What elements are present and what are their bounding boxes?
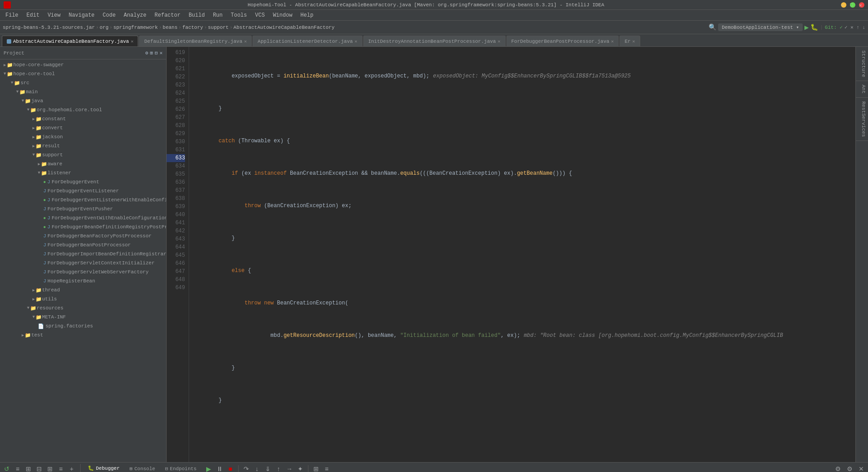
services-list-btn[interactable]: ≡: [13, 464, 23, 472]
tree-item-fordebuggerbeanpost[interactable]: J ForDebuggerBeanPostProcessor: [0, 241, 166, 250]
tab-close-1[interactable]: ✕: [131, 39, 133, 44]
tab-close-4[interactable]: ✕: [497, 39, 500, 44]
tab-close-6[interactable]: ✕: [633, 39, 635, 44]
structure-tab[interactable]: Structure: [856, 47, 868, 81]
tree-item-fordebuggerbean-factory[interactable]: J ForDebuggerBeanFactoryPostProcessor: [0, 231, 166, 241]
tab-applicationlistenerdetector[interactable]: ApplicationListenerDetector.java ✕: [253, 36, 362, 46]
sidebar-collapse-icon[interactable]: ⊟: [155, 50, 158, 56]
tree-item-resources[interactable]: ▼ 📁 resources: [0, 304, 166, 313]
menu-help[interactable]: Help: [297, 11, 317, 19]
tree-item-test[interactable]: ▶ 📁 test: [0, 331, 166, 340]
tree-item-utils[interactable]: ▶ 📁 utils: [0, 295, 166, 304]
debugger-runtocursor-btn[interactable]: →: [285, 464, 294, 472]
bc-factory[interactable]: factory: [182, 25, 203, 30]
tab-close-2[interactable]: ✕: [244, 39, 247, 44]
tab-er[interactable]: Er ✕: [619, 36, 640, 46]
menu-window[interactable]: Window: [269, 11, 296, 19]
tree-item-metainf[interactable]: ▼ 📁 META-INF: [0, 313, 166, 322]
services-settings-btn[interactable]: ≡: [56, 464, 66, 472]
bottom-tab-console[interactable]: ⊞Console: [125, 465, 160, 472]
bc-jar[interactable]: spring-beans-5.3.21-sources.jar: [3, 25, 95, 30]
tree-item-fordebuggereventwithenableconfig[interactable]: ● J ForDebuggerEventWithEnableConfigurat…: [0, 213, 166, 222]
services-ungroup-btn[interactable]: ⊟: [34, 464, 44, 472]
debug-button[interactable]: 🐛: [810, 23, 818, 31]
tree-item-fordebuggerservlet[interactable]: J ForDebuggerServletContextInitializer: [0, 259, 166, 268]
tree-item-support[interactable]: ▼ 📁 support: [0, 150, 166, 159]
tree-item-constant[interactable]: ▶ 📁 constant: [0, 114, 166, 123]
ant-tab[interactable]: Ant: [856, 81, 868, 98]
menu-tools[interactable]: Tools: [227, 11, 251, 19]
debugger-settings-btn[interactable]: ≡: [322, 464, 332, 472]
bc-class[interactable]: AbstractAutowireCapableBeanFactory: [234, 25, 335, 30]
menu-view[interactable]: View: [44, 11, 64, 19]
tab-close-5[interactable]: ✕: [611, 39, 614, 44]
tree-item-hoperegisterbean[interactable]: J HopeRegisterBean: [0, 277, 166, 286]
rest-services-tab[interactable]: RestServices: [856, 98, 868, 141]
bottom-settings-btn[interactable]: ⚙: [833, 464, 843, 472]
services-filter-btn[interactable]: ⊞: [45, 464, 55, 472]
tree-item-fordebuggerevent[interactable]: ● J ForDebuggerEvent: [0, 177, 166, 186]
bc-support[interactable]: support: [208, 25, 229, 30]
tree-item-hope-core-tool[interactable]: ▼ 📁 hope-core-tool: [0, 69, 166, 78]
tree-item-spring-factories[interactable]: 📄 spring.factories: [0, 322, 166, 331]
menu-run[interactable]: Run: [209, 11, 226, 19]
bottom-close-btn[interactable]: ✕: [856, 464, 866, 472]
menu-code[interactable]: Code: [99, 11, 119, 19]
menu-refactor[interactable]: Refactor: [151, 11, 184, 19]
debugger-stepout-btn[interactable]: ↑: [274, 464, 284, 472]
tab-abstractautowirecapablebeanfactory[interactable]: AbstractAutowireCapableBeanFactory.java …: [2, 36, 138, 46]
debugger-stop-btn[interactable]: ■: [226, 464, 235, 472]
tree-item-aware[interactable]: ▶ 📁 aware: [0, 159, 166, 168]
tree-item-result[interactable]: ▶ 📁 result: [0, 141, 166, 150]
debugger-evaluate-btn[interactable]: ✦: [295, 464, 305, 472]
debugger-resume-btn[interactable]: ▶: [204, 464, 214, 472]
tab-defaultsingletonbeanregistry[interactable]: DefaultSingletonBeanRegistry.java ✕: [139, 36, 252, 46]
tab-fordebuggerbeanpostprocessor[interactable]: ForDebuggerBeanPostProcessor.java ✕: [506, 36, 619, 46]
bc-beans[interactable]: beans: [163, 25, 177, 30]
tree-item-fordebuggerimportbean[interactable]: J ForDebuggerImportBeanDefinitionRegistr…: [0, 250, 166, 259]
services-add-btn[interactable]: +: [67, 464, 77, 472]
bc-org[interactable]: org: [99, 25, 108, 30]
debugger-pause-btn[interactable]: ⏸: [215, 464, 225, 472]
menu-file[interactable]: File: [2, 11, 22, 19]
menu-analyze[interactable]: Analyze: [120, 11, 150, 19]
sidebar-expand-icon[interactable]: ⊞: [150, 50, 153, 56]
run-button[interactable]: ▶: [805, 23, 809, 32]
tree-item-main[interactable]: ▼ 📁 main: [0, 87, 166, 96]
tree-item-fordebuggereventpusher[interactable]: J ForDebuggerEventPusher: [0, 204, 166, 213]
bottom-tab-endpoints[interactable]: ⊟Endpoints: [161, 465, 201, 472]
minimize-button[interactable]: —: [841, 2, 846, 8]
debugger-stepinto-btn[interactable]: ↓: [252, 464, 262, 472]
menu-navigate[interactable]: Navigate: [65, 11, 98, 19]
sidebar-settings-icon[interactable]: ⚙: [145, 50, 149, 56]
tree-item-listener[interactable]: ▼ 📁 listener: [0, 168, 166, 177]
run-config-dropdown[interactable]: DemoBootApplication-test ▾: [718, 23, 803, 31]
tree-item-src[interactable]: ▼ 📁 src: [0, 78, 166, 87]
menu-edit[interactable]: Edit: [23, 11, 43, 19]
tree-item-jackson[interactable]: ▶ 📁 jackson: [0, 132, 166, 141]
search-icon[interactable]: 🔍: [709, 23, 716, 31]
tree-item-java[interactable]: ▼ 📁 java: [0, 96, 166, 105]
services-group-btn[interactable]: ⊞: [23, 464, 33, 472]
debugger-frames-btn[interactable]: ⊞: [311, 464, 321, 472]
tab-initdestroyannotation[interactable]: InitDestroyAnnotationBeanPostProcessor.j…: [363, 36, 506, 46]
tab-close-3[interactable]: ✕: [355, 39, 357, 44]
code-area[interactable]: exposedObject = initializeBean(beanName,…: [189, 47, 855, 462]
maximize-button[interactable]: □: [850, 2, 855, 8]
menu-vcs[interactable]: VCS: [252, 11, 269, 19]
services-restart-btn[interactable]: ↺: [2, 464, 12, 472]
bc-springframework[interactable]: springframework: [113, 25, 158, 30]
tree-item-fordebuggereventlistenerwith[interactable]: ● J ForDebuggerEventListenerWithEnableCo…: [0, 195, 166, 204]
menu-build[interactable]: Build: [185, 11, 208, 19]
tree-item-fordebuggereventlistener[interactable]: J ForDebuggerEventListener: [0, 186, 166, 195]
sidebar-close-icon[interactable]: ✕: [159, 50, 163, 56]
close-button[interactable]: ✕: [859, 2, 864, 8]
debugger-forceinto-btn[interactable]: ⇓: [263, 464, 273, 472]
bottom-tab-debugger[interactable]: 🐛Debugger: [83, 464, 124, 472]
tree-item-fordebuggerbeandef[interactable]: ● J ForDebuggerBeanDefinitionRegistryPos…: [0, 222, 166, 231]
tree-item-hope-core-swagger[interactable]: ▶ 📁 hope-core-swagger: [0, 60, 166, 69]
tree-item-fordebuggerservletweb[interactable]: J ForDebuggerServletWebServerFactory: [0, 268, 166, 277]
bottom-gear-btn[interactable]: ⚙: [845, 464, 854, 472]
debugger-stepover-btn[interactable]: ↷: [241, 464, 251, 472]
tree-item-thread[interactable]: ▶ 📁 thread: [0, 286, 166, 295]
